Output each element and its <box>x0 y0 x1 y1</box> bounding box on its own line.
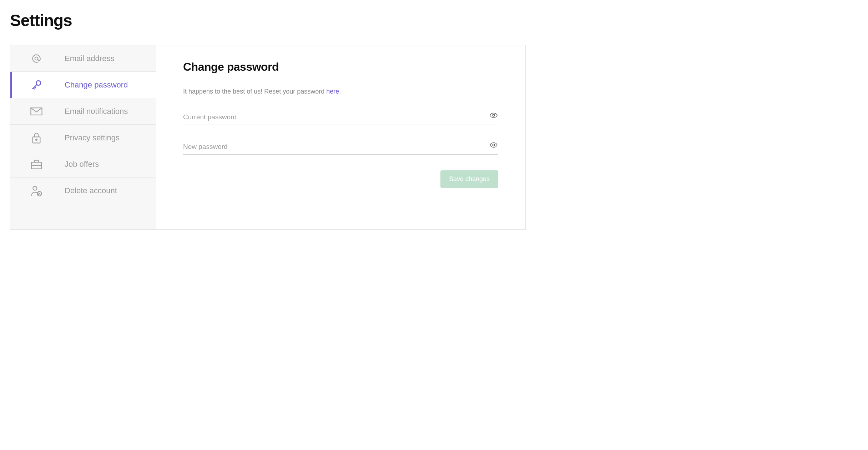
sidebar-item-privacy-settings[interactable]: Privacy settings <box>10 125 156 151</box>
save-button[interactable]: Save changes <box>440 170 498 188</box>
envelope-icon <box>30 105 43 118</box>
helper-suffix: . <box>339 88 341 95</box>
sidebar-item-email-address[interactable]: Email address <box>10 45 156 72</box>
sidebar-item-label: Privacy settings <box>65 133 120 142</box>
svg-point-6 <box>33 186 37 190</box>
sidebar-item-delete-account[interactable]: Delete account <box>10 178 156 204</box>
current-password-input[interactable] <box>183 111 498 125</box>
page-title: Settings <box>10 11 858 30</box>
eye-icon[interactable] <box>490 142 498 148</box>
current-password-field-wrapper <box>183 111 498 125</box>
new-password-field-wrapper <box>183 141 498 155</box>
sidebar-item-job-offers[interactable]: Job offers <box>10 151 156 178</box>
user-delete-icon <box>30 184 43 198</box>
sidebar-item-label: Job offers <box>65 160 99 169</box>
svg-point-1 <box>36 80 41 85</box>
sidebar: Email address Change password <box>10 45 156 229</box>
sidebar-item-change-password[interactable]: Change password <box>10 72 156 98</box>
svg-point-8 <box>493 114 495 116</box>
sidebar-item-label: Delete account <box>65 186 117 195</box>
helper-text: It happens to the best of us! Reset your… <box>183 88 498 95</box>
new-password-input[interactable] <box>183 141 498 155</box>
sidebar-item-email-notifications[interactable]: Email notifications <box>10 98 156 125</box>
eye-icon[interactable] <box>490 112 498 118</box>
main-content: Change password It happens to the best o… <box>156 45 525 229</box>
helper-prefix: It happens to the best of us! Reset your… <box>183 88 326 95</box>
sidebar-item-label: Change password <box>65 80 128 90</box>
svg-point-9 <box>493 144 495 146</box>
reset-password-link[interactable]: here <box>326 88 339 95</box>
actions-row: Save changes <box>183 170 498 188</box>
main-title: Change password <box>183 60 498 74</box>
sidebar-item-label: Email notifications <box>65 107 128 116</box>
settings-panel: Email address Change password <box>10 45 526 230</box>
key-icon <box>30 78 43 92</box>
briefcase-icon <box>30 158 43 171</box>
lock-icon <box>30 131 43 145</box>
sidebar-item-label: Email address <box>65 54 114 63</box>
svg-point-0 <box>35 57 38 60</box>
at-icon <box>30 52 43 65</box>
svg-point-4 <box>36 139 37 140</box>
